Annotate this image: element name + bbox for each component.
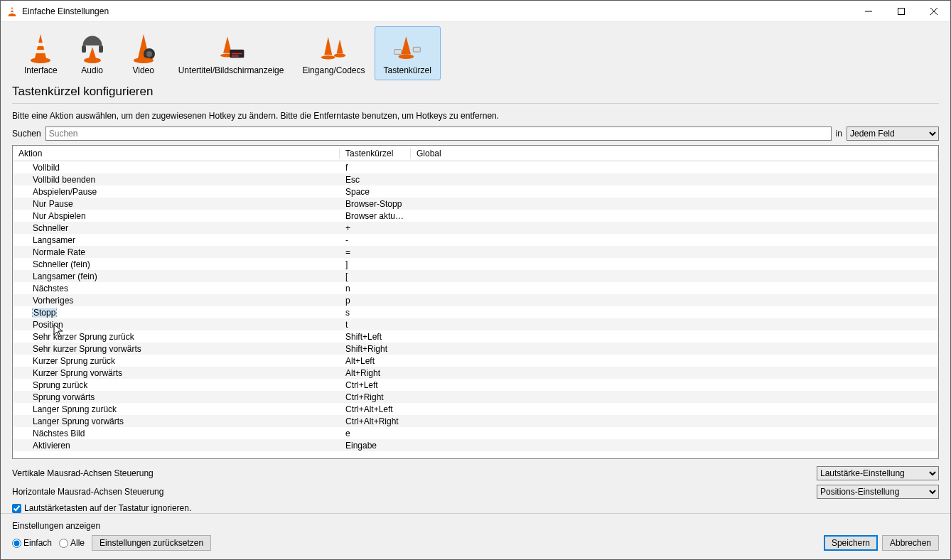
table-body[interactable]: VollbildfVollbild beendenEscAbspielen/Pa… bbox=[13, 161, 938, 458]
cell-action: Vollbild bbox=[13, 163, 340, 173]
tab-audio[interactable]: Audio bbox=[67, 26, 118, 80]
cell-action: Nächstes Bild bbox=[13, 429, 340, 438]
table-row[interactable]: Vollbild beendenEsc bbox=[13, 173, 938, 185]
search-label: Suchen bbox=[12, 129, 41, 139]
cell-hotkey: Eingabe bbox=[340, 441, 411, 451]
tab-label: Video bbox=[132, 65, 154, 75]
tab-label: Untertitel/Bildschirmanzeige bbox=[178, 65, 284, 75]
svg-point-15 bbox=[321, 55, 335, 59]
table-row[interactable]: Langer Sprung zurückCtrl+Alt+Left bbox=[13, 403, 938, 415]
table-row[interactable]: Vollbildf bbox=[13, 161, 938, 173]
svg-point-10 bbox=[134, 58, 154, 63]
cell-hotkey: = bbox=[340, 247, 411, 257]
cell-hotkey: Ctrl+Alt+Right bbox=[340, 416, 411, 426]
tab-hotkeys[interactable]: Tastenkürzel bbox=[375, 26, 441, 80]
tab-input-codecs[interactable]: Eingang/Codecs bbox=[293, 26, 374, 80]
table-row[interactable]: Langsamer- bbox=[13, 234, 938, 246]
headphones-cone-icon bbox=[78, 30, 107, 64]
ignore-volume-keys[interactable]: Lautstärketasten auf der Tastatur ignori… bbox=[12, 503, 939, 513]
minimize-button[interactable] bbox=[852, 1, 885, 21]
col-global[interactable]: Global bbox=[411, 149, 938, 158]
table-row[interactable]: Nächstesn bbox=[13, 282, 938, 294]
table-row[interactable]: Normale Rate= bbox=[13, 246, 938, 258]
window-controls bbox=[852, 1, 950, 21]
cell-action: Nächstes bbox=[13, 284, 340, 294]
in-label: in bbox=[836, 129, 842, 139]
vwheel-select[interactable]: Lautstärke-Einstellung bbox=[817, 466, 939, 480]
hotkey-table: Aktion Tastenkürzel Global VollbildfVoll… bbox=[12, 145, 939, 459]
col-action[interactable]: Aktion bbox=[13, 149, 340, 158]
cell-action: Stopp bbox=[13, 308, 340, 318]
table-row[interactable]: Langsamer (fein)[ bbox=[13, 270, 938, 282]
close-button[interactable] bbox=[918, 1, 950, 21]
cell-action: Langsamer bbox=[13, 235, 340, 245]
table-row[interactable]: Sprung vorwärtsCtrl+Right bbox=[13, 391, 938, 403]
titlebar: Einfache Einstellungen bbox=[1, 1, 950, 22]
show-settings-title: Einstellungen anzeigen bbox=[12, 521, 211, 531]
table-row[interactable]: Kurzer Sprung zurückAlt+Left bbox=[13, 355, 938, 367]
svg-rect-6 bbox=[99, 45, 103, 53]
cell-hotkey: Ctrl+Alt+Left bbox=[340, 404, 411, 414]
scope-select[interactable]: Jedem Feld bbox=[847, 126, 939, 141]
cancel-button[interactable]: Abbrechen bbox=[882, 535, 939, 551]
cell-hotkey: [ bbox=[340, 271, 411, 281]
svg-rect-1 bbox=[898, 8, 905, 14]
tab-video[interactable]: Video bbox=[118, 26, 169, 80]
tab-label: Eingang/Codecs bbox=[302, 65, 365, 75]
cell-action: Langer Sprung zurück bbox=[13, 404, 340, 414]
table-row[interactable]: Nächstes Bilde bbox=[13, 427, 938, 439]
table-row[interactable]: Schneller (fein)] bbox=[13, 258, 938, 270]
hwheel-select[interactable]: Positions-Einstellung bbox=[817, 485, 939, 499]
table-row[interactable]: Nur AbspielenBrowser aktuali... bbox=[13, 210, 938, 222]
svg-point-9 bbox=[146, 51, 152, 57]
col-hotkey[interactable]: Tastenkürzel bbox=[340, 149, 411, 158]
tab-subtitles[interactable]: Untertitel/Bildschirmanzeige bbox=[169, 26, 294, 80]
cell-hotkey: s bbox=[340, 308, 411, 318]
table-row[interactable]: Stopps bbox=[13, 306, 938, 318]
section-title: Tastenkürzel konfigurieren bbox=[1, 80, 950, 103]
table-row[interactable]: Langer Sprung vorwärtsCtrl+Alt+Right bbox=[13, 415, 938, 427]
table-row[interactable]: Abspielen/PauseSpace bbox=[13, 185, 938, 198]
table-row[interactable]: Nur PauseBrowser-Stopp bbox=[13, 198, 938, 210]
table-row[interactable]: Vorherigesp bbox=[13, 294, 938, 306]
svg-rect-5 bbox=[82, 45, 86, 53]
radio-all[interactable]: Alle bbox=[59, 538, 85, 548]
cell-hotkey: Browser aktuali... bbox=[340, 211, 411, 221]
table-row[interactable]: Sehr kurzer Sprung vorwärtsShift+Right bbox=[13, 343, 938, 355]
cell-action: Position bbox=[13, 320, 340, 330]
cell-hotkey: ] bbox=[340, 259, 411, 269]
tab-label: Tastenkürzel bbox=[384, 65, 431, 75]
table-row[interactable]: Positiont bbox=[13, 318, 938, 330]
category-toolbar: Interface Audio Video Untertitel/Bildsch… bbox=[1, 22, 950, 80]
svg-rect-14 bbox=[232, 55, 239, 57]
ignore-volume-checkbox[interactable] bbox=[12, 504, 21, 513]
svg-point-17 bbox=[399, 54, 414, 59]
cell-action: Sehr kurzer Sprung zurück bbox=[13, 332, 340, 342]
cell-hotkey: Ctrl+Left bbox=[340, 380, 411, 390]
subtitle-cone-icon bbox=[217, 30, 245, 64]
table-header: Aktion Tastenkürzel Global bbox=[13, 146, 938, 161]
tab-interface[interactable]: Interface bbox=[15, 26, 67, 80]
cell-action: Normale Rate bbox=[13, 247, 340, 257]
svg-point-4 bbox=[31, 58, 50, 63]
hwheel-label: Horizontale Mausrad-Achsen Steuerung bbox=[12, 487, 817, 497]
cell-action: Aktivieren bbox=[13, 441, 340, 451]
cell-hotkey: Ctrl+Right bbox=[340, 392, 411, 402]
table-row[interactable]: Sprung zurückCtrl+Left bbox=[13, 379, 938, 391]
tab-label: Audio bbox=[81, 65, 103, 75]
radio-simple[interactable]: Einfach bbox=[12, 538, 52, 548]
maximize-button[interactable] bbox=[885, 1, 918, 21]
search-input[interactable] bbox=[45, 126, 832, 141]
cell-hotkey: e bbox=[340, 429, 411, 438]
table-row[interactable]: Sehr kurzer Sprung zurückShift+Left bbox=[13, 330, 938, 343]
cell-action: Sehr kurzer Sprung vorwärts bbox=[13, 344, 340, 354]
svg-point-16 bbox=[334, 53, 345, 57]
table-row[interactable]: AktivierenEingabe bbox=[13, 439, 938, 451]
reset-button[interactable]: Einstellungen zurücksetzen bbox=[92, 535, 211, 551]
table-row[interactable]: Kurzer Sprung vorwärtsAlt+Right bbox=[13, 367, 938, 379]
svg-point-7 bbox=[84, 58, 101, 63]
cell-hotkey: Space bbox=[340, 187, 411, 197]
table-row[interactable]: Schneller+ bbox=[13, 222, 938, 234]
vlc-cone-icon bbox=[6, 6, 18, 17]
save-button[interactable]: Speichern bbox=[824, 535, 878, 551]
